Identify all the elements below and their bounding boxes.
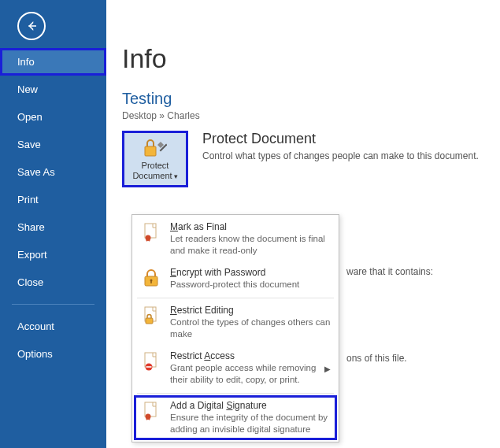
- submenu-arrow-icon: ▶: [324, 364, 331, 372]
- nav-open[interactable]: Open: [0, 103, 106, 131]
- restrict-editing-icon: [140, 305, 162, 340]
- menu-separator: [137, 298, 334, 298]
- nav-account[interactable]: Account: [0, 313, 106, 340]
- protect-document-dropdown: Mark as Final Let readers know the docum…: [131, 214, 339, 442]
- page-title: Info: [122, 43, 500, 74]
- svg-rect-1: [145, 146, 156, 156]
- encrypt-icon: [140, 267, 162, 291]
- menu-separator-2: [137, 393, 334, 394]
- mark-final-icon: [140, 221, 162, 257]
- section-title: Protect Document: [202, 131, 479, 147]
- nav-new[interactable]: New: [0, 76, 106, 103]
- menu-add-digital-signature[interactable]: Add a Digital Signature Ensure the integ…: [134, 395, 337, 441]
- protect-document-button[interactable]: Protect Document▾: [122, 131, 188, 187]
- nav-separator: [12, 304, 94, 305]
- digital-signature-icon: [140, 400, 162, 435]
- nav-print[interactable]: Print: [0, 186, 106, 213]
- backstage-sidebar: Info New Open Save Save As Print Share E…: [0, 0, 106, 448]
- menu-encrypt-password[interactable]: Encrypt with Password Password-protect t…: [134, 262, 337, 296]
- svg-rect-0: [28, 25, 36, 27]
- back-button[interactable]: [17, 12, 46, 40]
- back-arrow-icon: [24, 19, 39, 33]
- nav-save[interactable]: Save: [0, 131, 106, 158]
- nav-info[interactable]: Info: [0, 48, 106, 76]
- nav-close[interactable]: Close: [0, 268, 106, 296]
- nav-share[interactable]: Share: [0, 213, 106, 241]
- nav-options[interactable]: Options: [0, 340, 106, 368]
- svg-rect-9: [146, 318, 153, 324]
- breadcrumb: Desktop » Charles: [122, 110, 500, 121]
- partial-text-versions: ons of this file.: [346, 353, 407, 364]
- protect-document-icon: [143, 137, 167, 159]
- partial-text-inspect: ware that it contains:: [346, 266, 433, 277]
- nav-save-as[interactable]: Save As: [0, 158, 106, 186]
- menu-restrict-access[interactable]: Restrict Access Grant people access whil…: [134, 346, 337, 391]
- menu-restrict-editing[interactable]: Restrict Editing Control the types of ch…: [134, 300, 337, 346]
- menu-mark-as-final[interactable]: Mark as Final Let readers know the docum…: [134, 217, 337, 262]
- restrict-access-icon: [140, 350, 162, 386]
- nav-export[interactable]: Export: [0, 241, 106, 268]
- protect-btn-line2: Document: [132, 171, 172, 180]
- document-title: Testing: [122, 90, 500, 108]
- protect-btn-line1: Protect: [142, 161, 169, 170]
- section-desc: Control what types of changes people can…: [202, 150, 479, 161]
- svg-rect-7: [150, 280, 152, 283]
- svg-rect-12: [146, 366, 152, 368]
- main-pane: Info Testing Desktop » Charles Protect D…: [122, 0, 500, 187]
